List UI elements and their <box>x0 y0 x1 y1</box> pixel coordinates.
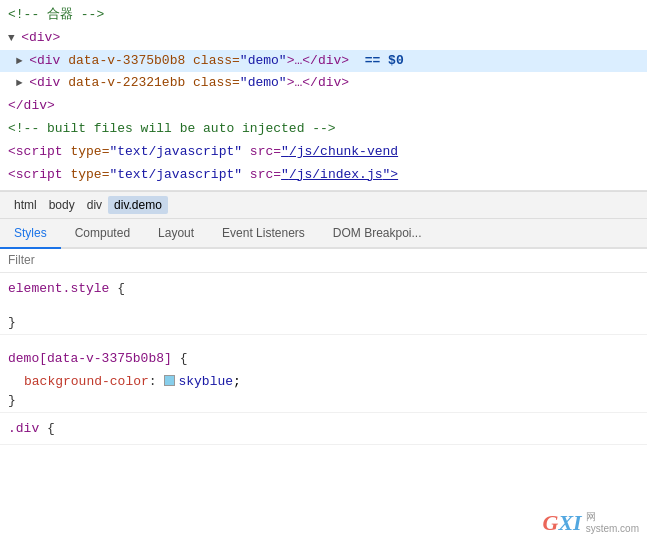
html-line-div-open: ▼ <div> <box>0 27 647 50</box>
tag-script2-open: <script <box>8 167 70 182</box>
watermark-line1: 网 <box>586 511 639 523</box>
attr-value-demo: "demo" <box>240 53 287 68</box>
attr-name2: data-v-22321ebb <box>68 75 193 90</box>
tab-event-listeners[interactable]: Event Listeners <box>208 219 319 249</box>
devtools-panel: <!-- 合器 --> ▼ <div> ► <div data-v-3375b0… <box>0 0 647 544</box>
selector-demo-text: demo[data-v-3375b0b8] <box>8 351 180 366</box>
css-rule-element-style: element.style { } <box>0 273 647 335</box>
tab-styles[interactable]: Styles <box>0 219 61 249</box>
arrow-icon: ► <box>16 77 29 89</box>
tag-script2-src: src= <box>242 167 281 182</box>
tab-layout[interactable]: Layout <box>144 219 208 249</box>
css-brace-close: } <box>8 315 639 330</box>
tag-close2: >…</div> <box>287 75 349 90</box>
css-semicolon: ; <box>233 374 241 389</box>
watermark: GXI 网 system.com <box>543 510 639 536</box>
attr-src2[interactable]: "/js/index.js"> <box>281 167 398 182</box>
attr-class: class= <box>193 53 240 68</box>
tag-div: <div> <box>21 30 60 45</box>
css-rule-demo: demo[data-v-3375b0b8] { background-color… <box>0 343 647 413</box>
breadcrumb: html body div div.demo <box>0 191 647 219</box>
attr-class2: class= <box>193 75 240 90</box>
breadcrumb-html[interactable]: html <box>8 196 43 214</box>
tab-computed[interactable]: Computed <box>61 219 144 249</box>
tag-script1-open: <script <box>8 144 70 159</box>
tag-div-close: </div> <box>8 98 55 113</box>
html-line-div-close: </div> <box>0 95 647 118</box>
tag-close: >…</div> <box>287 53 349 68</box>
filter-row <box>0 249 647 273</box>
css-selector-demo: demo[data-v-3375b0b8] { <box>8 349 639 370</box>
tab-dom-breakpoints[interactable]: DOM Breakpoi... <box>319 219 436 249</box>
arrow-icon: ▼ <box>8 32 21 44</box>
css-property-row: background-color: skyblue; <box>8 370 639 393</box>
css-colon: : <box>149 374 165 389</box>
tabs-bar: Styles Computed Layout Event Listeners D… <box>0 219 647 249</box>
css-brace-open: { <box>117 281 125 296</box>
css-empty-line <box>8 300 639 315</box>
comment-text: <!-- 合器 --> <box>8 7 104 22</box>
css-prop-bg[interactable]: background-color <box>24 374 149 389</box>
arrow-icon: ► <box>16 55 29 67</box>
html-line-div-demo-1[interactable]: ► <div data-v-3375b0b8 class="demo">…</d… <box>0 50 647 73</box>
css-brace-open3: { <box>47 421 55 436</box>
attr-name: data-v-3375b0b8 <box>68 53 193 68</box>
selected-marker: == $0 <box>365 53 404 68</box>
watermark-g: G <box>543 510 559 535</box>
attr-type1: type= <box>70 144 109 159</box>
attr-value-demo2: "demo" <box>240 75 287 90</box>
css-selector-element: element.style { <box>8 279 639 300</box>
css-value-skyblue: skyblue <box>178 374 233 389</box>
html-line-script2: <script type="text/javascript" src="/js/… <box>0 164 647 187</box>
html-line-div-demo-2[interactable]: ► <div data-v-22321ebb class="demo">…</d… <box>0 72 647 95</box>
tag-script1-src: src= <box>242 144 281 159</box>
attr-type1-val: "text/javascript" <box>109 144 242 159</box>
watermark-line2: system.com <box>586 523 639 535</box>
css-selector-div: .div { <box>8 419 639 440</box>
tag-text2: <div <box>29 75 68 90</box>
breadcrumb-div-demo[interactable]: div.demo <box>108 196 168 214</box>
css-brace-open2: { <box>180 351 188 366</box>
filter-input[interactable] <box>8 253 639 267</box>
attr-type2: type= <box>70 167 109 182</box>
comment-built: <!-- built files will be auto injected -… <box>8 121 336 136</box>
tag-text: <div <box>29 53 68 68</box>
selector-div-text: .div <box>8 421 47 436</box>
css-separator <box>0 335 647 343</box>
css-rule-div: .div { <box>0 413 647 445</box>
selector-text: element.style <box>8 281 117 296</box>
styles-panel: element.style { } demo[data-v-3375b0b8] … <box>0 249 647 544</box>
watermark-text: 网 system.com <box>586 511 639 535</box>
html-tree-panel: <!-- 合器 --> ▼ <div> ► <div data-v-3375b0… <box>0 0 647 191</box>
html-line-comment2: <!-- built files will be auto injected -… <box>0 118 647 141</box>
breadcrumb-body[interactable]: body <box>43 196 81 214</box>
attr-type2-val: "text/javascript" <box>109 167 242 182</box>
watermark-logo: GXI <box>543 510 582 536</box>
css-brace-close2: } <box>8 393 639 408</box>
breadcrumb-div[interactable]: div <box>81 196 108 214</box>
html-line-script1: <script type="text/javascript" src="/js/… <box>0 141 647 164</box>
color-swatch-skyblue[interactable] <box>164 375 175 386</box>
watermark-xi: XI <box>558 510 581 535</box>
html-line-comment: <!-- 合器 --> <box>0 4 647 27</box>
attr-src1[interactable]: "/js/chunk-vend <box>281 144 398 159</box>
